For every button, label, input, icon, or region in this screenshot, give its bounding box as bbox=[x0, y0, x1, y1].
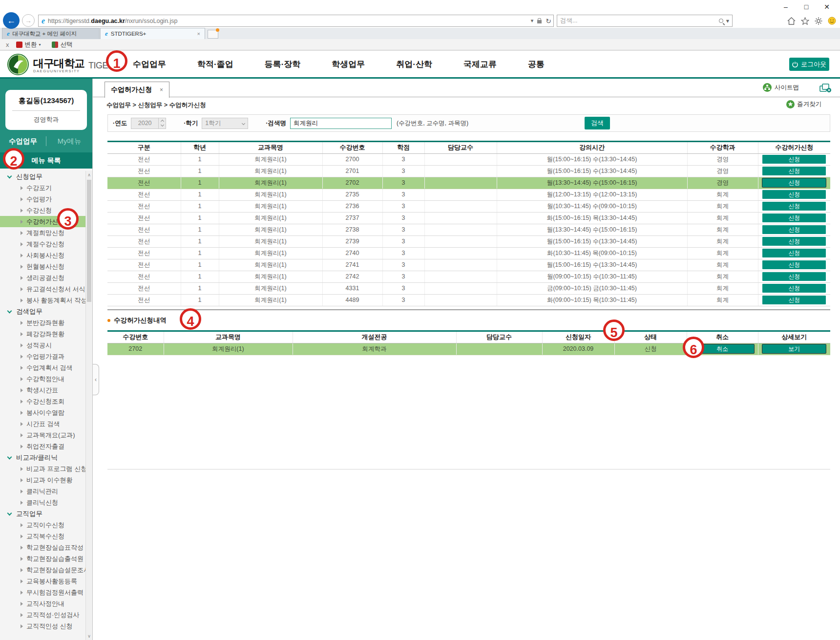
apply-button[interactable]: 신청 bbox=[762, 296, 826, 304]
sidebar-item[interactable]: 봉사이수열람 bbox=[0, 407, 85, 418]
scroll-down-icon[interactable]: ∨ bbox=[86, 633, 92, 640]
sidebar-item[interactable]: 폐강강좌현황 bbox=[0, 328, 85, 340]
convert-button[interactable]: 변환 bbox=[25, 41, 37, 49]
sidebar-item[interactable]: 교직사정안내 bbox=[0, 598, 85, 609]
autocomplete-dropdown-icon[interactable]: ▾ bbox=[531, 18, 534, 24]
tab-close-icon[interactable]: × bbox=[197, 31, 200, 37]
sidebar-tab-mymenu[interactable]: My메뉴 bbox=[46, 137, 92, 146]
sidebar-item[interactable]: 비교과 이수현황 bbox=[0, 474, 85, 486]
browser-tab-stdtigers[interactable]: e STDTIGERS+ × bbox=[100, 28, 205, 39]
browser-tab-main-page[interactable]: e 대구대학교 + 메인 페이지 bbox=[2, 28, 100, 39]
term-select[interactable]: 1학기 bbox=[202, 118, 248, 129]
sidebar-item[interactable]: 취업전자출결 bbox=[0, 441, 85, 452]
sidebar-item[interactable]: 클리닉관리 bbox=[0, 486, 85, 497]
sidebar-item[interactable]: 수업계획서 검색 bbox=[0, 362, 85, 373]
scrollbar-thumb[interactable] bbox=[87, 180, 91, 302]
apply-button[interactable]: 신청 bbox=[762, 202, 826, 211]
close-all-windows-icon[interactable] bbox=[819, 84, 831, 95]
sidebar-tab-work[interactable]: 수업업무 bbox=[0, 137, 46, 146]
sidebar-item[interactable]: 교육봉사활동등록 bbox=[0, 576, 85, 587]
apply-button[interactable]: 신청 bbox=[762, 237, 826, 246]
convert-dropdown-icon[interactable]: ▾ bbox=[39, 43, 41, 47]
sidebar-item[interactable]: 분반강좌현황 bbox=[0, 317, 85, 328]
sidebar-item[interactable]: 유고결석신청서 서식 bbox=[0, 283, 85, 295]
sidebar-collapse-handle[interactable]: ‹ bbox=[93, 364, 99, 395]
sidebar-item[interactable]: 학교현장실습출석원 bbox=[0, 553, 85, 564]
top-nav-item[interactable]: 수업업무 bbox=[133, 59, 166, 70]
year-stepper[interactable]: 2020 bbox=[131, 118, 166, 129]
top-nav-item[interactable]: 공통 bbox=[528, 59, 545, 70]
sidebar-item[interactable]: 사회봉사신청 bbox=[0, 250, 85, 261]
search-button[interactable]: 검색 bbox=[585, 117, 610, 129]
scroll-up-icon[interactable]: ∧ bbox=[86, 171, 92, 178]
sidebar-group[interactable]: 신청업무 bbox=[0, 171, 85, 182]
logout-button[interactable]: 로그아웃 bbox=[789, 58, 829, 71]
home-icon[interactable] bbox=[787, 17, 796, 25]
apply-button[interactable]: 신청 bbox=[762, 155, 826, 164]
sidebar-item[interactable]: 수강신청조회 bbox=[0, 396, 85, 407]
gear-icon[interactable] bbox=[815, 17, 822, 25]
apply-button[interactable]: 신청 bbox=[762, 249, 826, 257]
module-tab[interactable]: 수업허가신청 × bbox=[105, 82, 169, 98]
top-nav-item[interactable]: 등록·장학 bbox=[265, 59, 301, 70]
sidebar-item[interactable]: 교직복수신청 bbox=[0, 531, 85, 542]
sitemap-link[interactable]: 사이트맵 bbox=[763, 83, 799, 92]
top-nav-item[interactable]: 국제교류 bbox=[463, 59, 497, 70]
top-nav-item[interactable]: 학적·졸업 bbox=[197, 59, 233, 70]
apply-button[interactable]: 신청 bbox=[762, 225, 826, 234]
sidebar-item[interactable]: 비교과 프로그램 신청 bbox=[0, 463, 85, 474]
search-dropdown-icon[interactable]: ▾ bbox=[726, 17, 729, 24]
toolbar-close-icon[interactable]: x bbox=[6, 41, 9, 48]
sidebar-group[interactable]: 검색업무 bbox=[0, 306, 85, 317]
spin-down-icon[interactable] bbox=[161, 123, 164, 127]
sidebar-item[interactable]: 교직적인성 신청 bbox=[0, 620, 85, 632]
sidebar-item[interactable]: 학교현장실습설문조사 bbox=[0, 564, 85, 576]
sidebar-item[interactable]: 시간표 검색 bbox=[0, 418, 85, 429]
back-button[interactable]: ← bbox=[3, 12, 20, 29]
sidebar-item[interactable]: 수강학점안내 bbox=[0, 373, 85, 384]
sidebar-item[interactable]: 수업평가결과 bbox=[0, 351, 85, 362]
sidebar-item[interactable]: 생리공결신청 bbox=[0, 272, 85, 283]
sidebar-item[interactable]: 학교현장실습표작성 bbox=[0, 542, 85, 553]
new-tab-button[interactable] bbox=[208, 30, 218, 39]
apply-button[interactable]: 신청 bbox=[762, 213, 826, 222]
browser-search-box[interactable]: 검색... ▾ bbox=[557, 15, 733, 27]
sidebar-item[interactable]: 교직적성·인성검사 bbox=[0, 609, 85, 620]
sidebar-item[interactable]: 학생시간표 bbox=[0, 384, 85, 396]
sidebar-item[interactable]: 봉사 활동계획서 작성 bbox=[0, 295, 85, 306]
sidebar-item[interactable]: 수강포기 bbox=[0, 182, 85, 193]
forward-button[interactable]: → bbox=[22, 14, 35, 27]
favorites-link[interactable]: 즐겨찾기 bbox=[786, 100, 821, 108]
sidebar-item[interactable]: 헌혈봉사신청 bbox=[0, 261, 85, 272]
search-icon[interactable] bbox=[719, 19, 723, 23]
close-button[interactable]: ✕ bbox=[817, 0, 837, 14]
sidebar-item[interactable]: 수업평가 bbox=[0, 193, 85, 205]
sidebar-item[interactable]: 성적공시 bbox=[0, 340, 85, 351]
sidebar-item[interactable]: 교직이수신청 bbox=[0, 519, 85, 531]
apply-button[interactable]: 신청 bbox=[762, 190, 826, 199]
keyword-input[interactable] bbox=[290, 118, 392, 129]
sidebar-item[interactable]: 교과목개요(교과) bbox=[0, 429, 85, 441]
apply-button[interactable]: 신청 bbox=[762, 178, 826, 187]
favorites-star-icon[interactable] bbox=[801, 17, 809, 25]
apply-button[interactable]: 신청 bbox=[762, 167, 826, 175]
sidebar-item[interactable]: 계절희망신청 bbox=[0, 227, 85, 238]
address-bar[interactable]: e https://tigersstd.daegu.ac.kr/nxrun/ss… bbox=[38, 15, 554, 27]
sidebar-group[interactable]: 비교과/클리닉 bbox=[0, 452, 85, 463]
sidebar-item[interactable]: 계절수강신청 bbox=[0, 238, 85, 250]
select-button[interactable]: 선택 bbox=[61, 41, 73, 49]
module-tab-close-icon[interactable]: × bbox=[160, 86, 163, 93]
feedback-smiley-icon[interactable] bbox=[828, 17, 836, 25]
sidebar-group[interactable]: 교직업무 bbox=[0, 508, 85, 519]
minimize-button[interactable]: – bbox=[776, 0, 796, 14]
top-nav-item[interactable]: 학생업무 bbox=[332, 59, 365, 70]
maximize-button[interactable]: □ bbox=[796, 0, 817, 14]
sidebar-item[interactable]: 클리닉신청 bbox=[0, 497, 85, 508]
sidebar-scrollbar[interactable]: ∧ ∨ bbox=[85, 171, 92, 640]
apply-button[interactable]: 신청 bbox=[762, 284, 826, 293]
top-nav-item[interactable]: 취업·산학 bbox=[396, 59, 432, 70]
apply-button[interactable]: 신청 bbox=[762, 272, 826, 281]
sidebar-item[interactable]: 무시험검정원서출력 bbox=[0, 587, 85, 598]
view-button[interactable]: 보기 bbox=[762, 344, 826, 353]
refresh-icon[interactable]: ↻ bbox=[546, 17, 551, 25]
